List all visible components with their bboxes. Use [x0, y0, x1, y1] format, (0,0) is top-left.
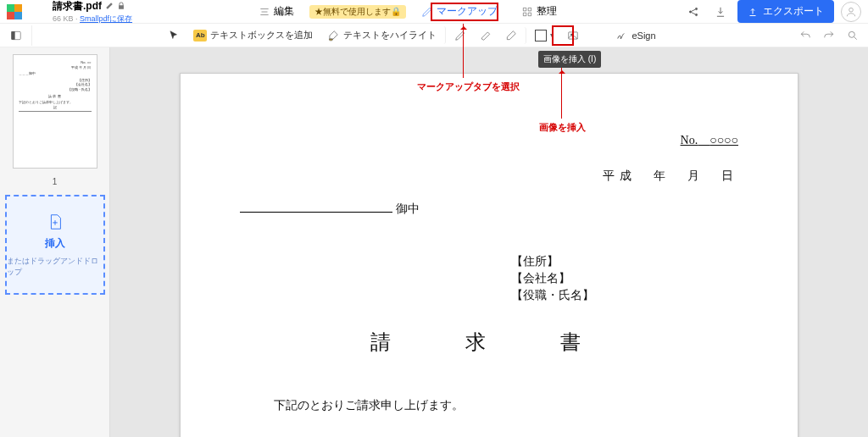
search-button[interactable] — [843, 25, 863, 46]
sidebar-icon — [10, 30, 22, 41]
markup-pen-icon — [421, 6, 433, 18]
pdf-page: No. ○○○○ 平成 年 月 日 御中 【住所】 【会社名】 【役職・氏名】 … — [180, 73, 798, 437]
highlighter-icon — [480, 30, 492, 41]
pointer-tool[interactable] — [163, 27, 185, 44]
shape-tool[interactable]: ▾ — [530, 27, 559, 44]
page-canvas[interactable]: No. ○○○○ 平成 年 月 日 御中 【住所】 【会社名】 【役職・氏名】 … — [110, 47, 868, 437]
pen-icon — [454, 30, 466, 41]
file-size: 66 KB — [53, 14, 74, 23]
doc-sender: 【住所】 【会社名】 【役職・氏名】 — [511, 254, 738, 303]
doc-addressee: 御中 — [240, 199, 738, 217]
file-info: 請求書.pdf 66 KB · Smallpdfに保存 — [53, 0, 132, 25]
highlight-icon — [326, 30, 340, 41]
insert-page-dropzone[interactable]: 挿入 またはドラッグアンドドロップ — [5, 195, 105, 295]
svg-rect-5 — [11, 31, 14, 39]
doc-title: 請 求 書 — [240, 329, 738, 356]
annotation-arrow-markup — [463, 24, 464, 78]
edit-filename-icon[interactable] — [105, 2, 114, 10]
highlight-tool[interactable]: テキストをハイライト — [321, 26, 446, 44]
shape-icon — [535, 30, 547, 41]
insert-image-tool[interactable] — [562, 27, 584, 44]
file-name: 請求書.pdf — [53, 0, 102, 14]
annotation-label-insert-image: 画像を挿入 — [539, 121, 586, 134]
lock-icon — [117, 2, 125, 10]
undo-button[interactable] — [795, 25, 815, 46]
annotation-arrow-insert-image — [561, 68, 562, 119]
svg-point-8 — [849, 31, 854, 37]
user-icon — [845, 6, 857, 18]
export-upload-icon — [748, 7, 758, 17]
app-logo — [7, 4, 22, 19]
tooltip-insert-image: 画像を挿入 (I) — [538, 51, 601, 68]
esign-tool[interactable]: eSign — [611, 27, 660, 44]
download-button[interactable] — [710, 2, 731, 22]
app-header: 請求書.pdf 66 KB · Smallpdfに保存 編集 ★無料で使用します… — [0, 0, 868, 24]
textbox-icon: Ab — [193, 30, 207, 41]
main-area: No. ○○ 平成 年 月 日 ＿＿＿御中 【住所】【会社名】【役職・氏名】 請… — [0, 47, 868, 437]
svg-point-0 — [689, 10, 691, 12]
edit-icon — [259, 6, 270, 18]
doc-number: No. ○○○○ — [240, 133, 738, 148]
doc-statement: 下記のとおりご請求申し上げます。 — [274, 398, 738, 413]
save-to-link[interactable]: Smallpdfに保存 — [80, 14, 132, 23]
toggle-sidebar-button[interactable] — [6, 25, 26, 46]
download-icon — [715, 6, 726, 18]
image-icon — [567, 30, 579, 41]
redo-button[interactable] — [819, 25, 839, 46]
tab-edit[interactable]: 編集 — [250, 1, 303, 22]
marker-tool[interactable] — [475, 27, 497, 44]
markup-toolbar: Ab テキストボックスを追加 テキストをハイライト ▾ eSign — [0, 24, 868, 47]
doc-date: 平成 年 月 日 — [240, 169, 738, 184]
thumbnail-sidebar: No. ○○ 平成 年 月 日 ＿＿＿御中 【住所】【会社名】【役職・氏名】 請… — [0, 47, 110, 437]
page-number: 1 — [53, 177, 58, 186]
eraser-tool[interactable] — [500, 27, 526, 44]
export-button[interactable]: エクスポート — [737, 0, 834, 23]
add-textbox-tool[interactable]: Ab テキストボックスを追加 — [188, 26, 318, 44]
signature-icon — [616, 30, 628, 41]
free-badge[interactable]: ★無料で使用します🔒 — [309, 5, 406, 19]
tab-markup[interactable]: マークアップ — [413, 1, 506, 22]
tab-organize[interactable]: 整理 — [513, 1, 565, 22]
svg-point-2 — [695, 14, 697, 15]
eraser-icon — [505, 30, 517, 41]
menu-button[interactable] — [27, 2, 47, 22]
search-icon — [847, 30, 859, 41]
file-plus-icon — [46, 213, 64, 231]
page-thumbnail-1[interactable]: No. ○○ 平成 年 月 日 ＿＿＿御中 【住所】【会社名】【役職・氏名】 請… — [13, 54, 97, 169]
cursor-icon — [168, 30, 180, 41]
redo-icon — [823, 30, 835, 41]
svg-point-7 — [571, 33, 573, 35]
organize-icon — [521, 6, 533, 18]
svg-point-3 — [849, 8, 854, 12]
share-icon — [687, 6, 699, 18]
undo-icon — [799, 30, 811, 41]
annotation-label-markup: マークアップタブを選択 — [417, 80, 520, 93]
account-avatar[interactable] — [841, 2, 861, 22]
svg-point-1 — [695, 8, 697, 9]
share-button[interactable] — [683, 2, 704, 22]
